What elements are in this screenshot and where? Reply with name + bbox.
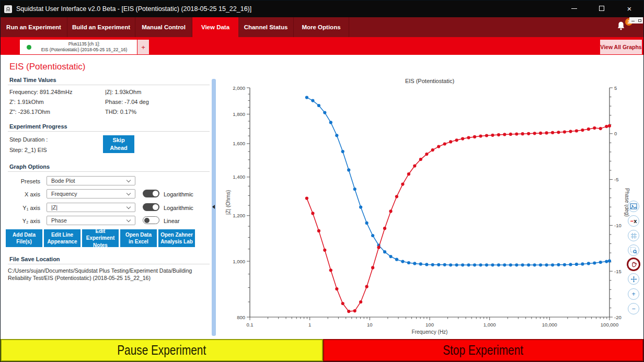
svg-text:1,400: 1,400	[233, 174, 245, 180]
step-label: Step: 2_1) EIS	[9, 147, 47, 153]
divider	[8, 85, 210, 85]
svg-text:1,800: 1,800	[233, 111, 245, 117]
collapse-arrow-icon[interactable]	[212, 205, 215, 209]
session-tab[interactable]: Plus1135 [ch 1]: EIS (Potentiostatic) (2…	[20, 40, 137, 54]
svg-text:EIS (Potentiostatic): EIS (Potentiostatic)	[405, 78, 454, 84]
title-bar: Squidstat User Interface v2.0 Beta - [EI…	[1, 1, 643, 17]
maximize-button[interactable]	[590, 1, 614, 16]
rt-zmod-value: 1.93kOhm	[115, 89, 142, 95]
bode-plot-chart[interactable]: EIS (Potentiostatic)0.11101001,00010,000…	[217, 55, 644, 339]
skip-ahead-button[interactable]: SkipAhead	[103, 135, 134, 153]
svg-text:1,000: 1,000	[233, 259, 245, 264]
svg-text:5: 5	[614, 85, 617, 91]
nav-bar: Run an Experiment Build an Experiment Ma…	[1, 17, 643, 37]
chevron-down-icon	[126, 191, 131, 195]
nav-tab-view-data[interactable]: View Data	[192, 17, 238, 37]
nav-tab-more-options[interactable]: More Options	[294, 17, 349, 37]
open-data-in-excel-button[interactable]: Open Datain Excel	[120, 229, 157, 247]
track-x-button[interactable]: −x	[628, 215, 639, 227]
svg-text:-20: -20	[614, 314, 622, 320]
rt-phase-value: -7.04 deg	[124, 99, 148, 105]
close-button[interactable]: ×	[617, 1, 641, 16]
svg-text:1: 1	[308, 322, 311, 328]
svg-text:Frequency (Hz): Frequency (Hz)	[412, 329, 448, 335]
rt-zreal-value: 1.91kOhm	[17, 99, 44, 105]
edit-line-appearance-button[interactable]: Edit LineAppearance	[44, 229, 80, 247]
rt-zimag-label: Z":	[9, 109, 17, 115]
svg-text:10,000: 10,000	[542, 322, 557, 328]
x-axis-dropdown[interactable]: Frequency	[47, 189, 135, 198]
svg-text:0.1: 0.1	[246, 322, 253, 328]
move-button[interactable]	[628, 273, 639, 285]
zoom-out-button[interactable]: −	[628, 303, 639, 314]
section-real-time-values: Real Time Values	[9, 77, 56, 83]
chevron-down-icon	[126, 178, 131, 182]
svg-text:1,200: 1,200	[233, 213, 245, 218]
mdi-window-controls[interactable]	[629, 17, 643, 24]
y2-axis-label: Y₂ axis	[8, 218, 40, 224]
notifications-bell-icon[interactable]: 2	[615, 20, 629, 34]
rt-frequency-value: 891.248mHz	[40, 89, 72, 95]
y1-axis-scale-label: Logarithmic	[164, 205, 193, 211]
svg-text:800: 800	[237, 314, 245, 320]
y2-axis-scale-label: Linear	[164, 218, 180, 224]
window-title: Squidstat User Interface v2.0 Beta - [EI…	[16, 5, 251, 13]
svg-text:100: 100	[426, 322, 434, 328]
step-duration-label: Step Duration :	[9, 136, 48, 143]
grid-toggle-button[interactable]	[628, 230, 639, 241]
svg-text:0: 0	[614, 131, 617, 136]
divider	[8, 264, 210, 264]
page-title: EIS (Potentiostatic)	[9, 62, 86, 72]
svg-text:-10: -10	[614, 223, 622, 228]
rt-phase-label: Phase:	[105, 99, 123, 105]
file-save-path: C:/Users/sujan/Documents/Squidstat Plus …	[8, 267, 202, 282]
rt-zreal-label: Z':	[9, 99, 16, 105]
add-tab-button[interactable]: +	[137, 40, 149, 54]
rt-thd-value: 0.17%	[120, 109, 136, 115]
session-bar: Plus1135 [ch 1]: EIS (Potentiostatic) (2…	[1, 37, 643, 55]
minimize-button[interactable]	[562, 1, 586, 16]
export-image-button[interactable]	[628, 201, 639, 212]
edit-experiment-notes-button[interactable]: Edit ExperimentNotes	[82, 229, 119, 247]
nav-tab-build-experiment[interactable]: Build an Experiment	[67, 17, 135, 37]
x-axis-label: X axis	[8, 191, 40, 197]
y1-axis-scale-toggle[interactable]	[143, 203, 159, 211]
svg-text:-5: -5	[614, 177, 618, 182]
session-experiment: EIS (Potentiostatic) (2018-05-25 15_22_1…	[36, 47, 133, 53]
svg-text:1,000: 1,000	[484, 322, 496, 328]
rt-zimag-value: -236.17Ohm	[18, 109, 50, 115]
stop-experiment-button[interactable]: Stop Experiment	[323, 339, 643, 361]
section-experiment-progress: Experiment Progress	[9, 123, 67, 130]
section-graph-options: Graph Options	[9, 164, 50, 170]
presets-label: Presets	[8, 178, 40, 184]
open-zahner-analysis-lab-button[interactable]: Open ZahnerAnalysis Lab	[158, 229, 195, 247]
chevron-down-icon	[126, 217, 131, 221]
x-axis-scale-toggle[interactable]	[143, 190, 159, 197]
pause-experiment-button[interactable]: Pause Experiment	[1, 339, 323, 361]
rt-frequency-label: Frequency:	[9, 89, 38, 95]
nav-tab-manual-control[interactable]: Manual Control	[135, 17, 192, 37]
divider	[8, 171, 210, 172]
app-icon	[4, 5, 12, 13]
app-window: Squidstat User Interface v2.0 Beta - [EI…	[0, 0, 644, 362]
nav-tab-channel-status[interactable]: Channel Status	[238, 17, 294, 37]
svg-text:1,600: 1,600	[233, 141, 245, 146]
y2-axis-scale-toggle[interactable]	[143, 216, 159, 224]
session-device: Plus1135 [ch 1]:	[36, 41, 133, 47]
nav-tab-run-experiment[interactable]: Run an Experiment	[1, 17, 67, 37]
footer-bar: Pause Experiment Stop Experiment	[1, 339, 643, 361]
section-file-save-location: File Save Location	[9, 256, 60, 262]
y1-axis-dropdown[interactable]: |Z|	[47, 203, 135, 212]
svg-text:|Z| (Ohms): |Z| (Ohms)	[225, 190, 231, 215]
presets-dropdown[interactable]: Bode Plot	[47, 176, 135, 185]
view-all-graphs-button[interactable]: View All Graphs	[600, 40, 642, 54]
pan-button[interactable]	[627, 258, 640, 271]
svg-text:100,000: 100,000	[601, 322, 618, 328]
y2-axis-dropdown[interactable]: Phase	[47, 216, 135, 225]
status-dot	[27, 45, 31, 50]
add-data-files-button[interactable]: Add DataFile(s)	[6, 229, 42, 247]
zoom-in-button[interactable]: +	[628, 288, 639, 300]
zoom-box-button[interactable]	[628, 244, 639, 256]
chevron-down-icon	[126, 204, 131, 208]
svg-text:2,000: 2,000	[233, 85, 245, 91]
